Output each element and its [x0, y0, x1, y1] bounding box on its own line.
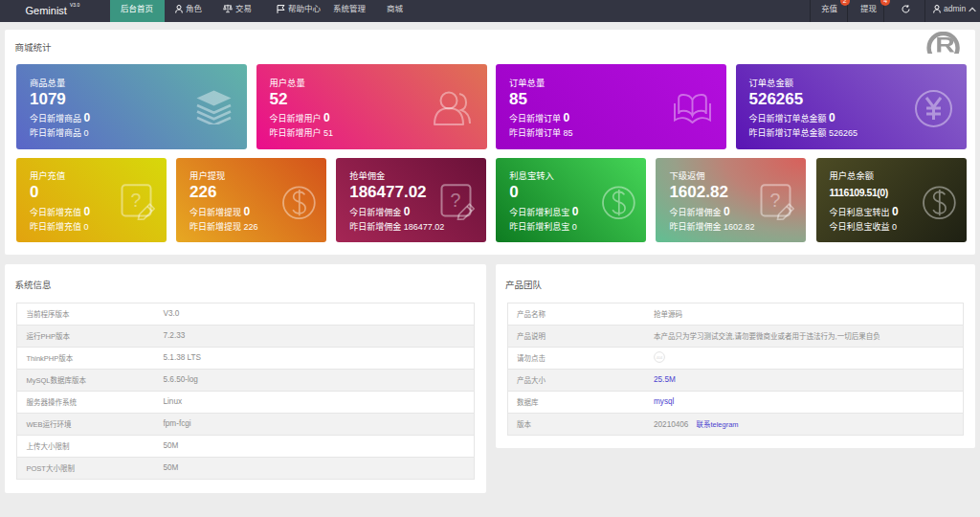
svg-text:404: 404: [657, 355, 663, 360]
